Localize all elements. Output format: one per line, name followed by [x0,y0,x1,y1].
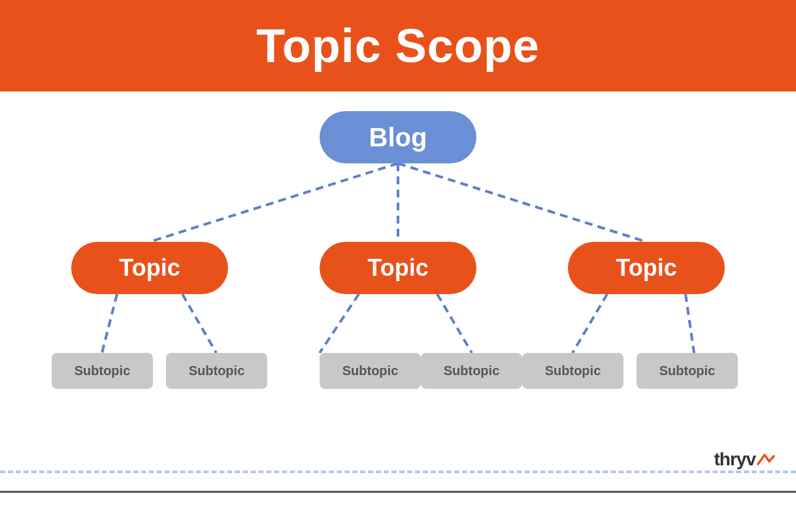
topic-label-left: Topic [119,254,180,282]
topic-node-right: Topic [568,242,725,294]
svg-line-3 [102,294,117,353]
topic-label-right: Topic [616,254,676,282]
subtopic-node-c2: Subtopic [421,353,522,389]
header-banner: Topic Scope [0,0,796,91]
topic-node-center: Topic [320,242,476,294]
topic-node-left: Topic [71,242,228,294]
topic-label-center: Topic [367,254,428,282]
subtopic-node-r1: Subtopic [522,353,623,389]
svg-line-7 [572,294,607,353]
thryv-chevron-icon [757,452,776,467]
subtopic-node-c1: Subtopic [320,353,421,389]
subtopic-node-l2: Subtopic [166,353,267,389]
subtopic-label-l1: Subtopic [75,363,131,378]
footer: thryv [0,454,796,493]
subtopic-label-c2: Subtopic [444,363,500,378]
subtopic-label-l2: Subtopic [189,363,245,378]
footer-solid-line [0,491,796,493]
diagram-container: Blog Topic Topic Topic Subtopic Subtopic… [39,111,757,425]
subtopic-label-r2: Subtopic [659,363,716,378]
svg-line-2 [398,163,646,242]
blog-node: Blog [320,111,476,163]
svg-line-6 [437,294,472,353]
thryv-logo: thryv [714,449,776,470]
svg-line-4 [182,294,216,353]
subtopic-node-l1: Subtopic [52,353,153,389]
page-title: Topic Scope [256,19,540,73]
svg-line-8 [686,294,694,353]
main-content: Blog Topic Topic Topic Subtopic Subtopic… [0,91,796,493]
logo-text: thryv [714,449,755,470]
subtopic-label-r1: Subtopic [545,363,601,378]
svg-line-5 [320,294,359,353]
subtopic-label-c1: Subtopic [342,363,399,378]
svg-line-0 [150,163,398,242]
subtopic-node-r2: Subtopic [637,353,738,389]
blog-label: Blog [369,123,427,152]
footer-dashed-line [0,471,796,473]
